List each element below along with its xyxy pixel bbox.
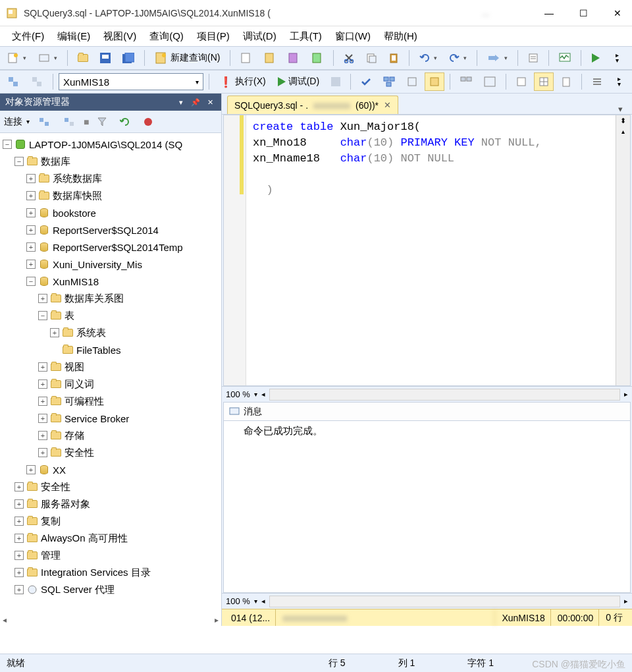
tree-xx[interactable]: +XX bbox=[0, 461, 221, 478]
tree-views[interactable]: +视图 bbox=[0, 358, 221, 376]
messages-tab[interactable]: 消息 bbox=[224, 403, 630, 421]
query-options-button[interactable] bbox=[402, 72, 422, 91]
activity-monitor-button[interactable] bbox=[554, 49, 575, 67]
toolbar-overflow[interactable]: ▸▾ bbox=[608, 49, 626, 67]
tree-server[interactable]: −LAPTOP-1J0M5AIG\SQL2014 (SQ bbox=[0, 136, 221, 153]
menu-view[interactable]: 视图(V) bbox=[97, 28, 143, 45]
tree-synonyms[interactable]: +同义词 bbox=[0, 376, 221, 393]
tab-sqlquery3[interactable]: SQLQuery3.sql - . xxxxxxxx (60))* ✕ bbox=[227, 96, 398, 114]
panel-dropdown-icon[interactable]: ▾ bbox=[175, 96, 187, 108]
cancel-query-button[interactable] bbox=[327, 72, 345, 91]
oe-stop-icon[interactable] bbox=[139, 113, 157, 131]
new-item-button[interactable]: ▾ bbox=[34, 49, 62, 67]
editor-hscroll[interactable] bbox=[269, 389, 620, 401]
db-engine-query-button[interactable] bbox=[236, 49, 257, 67]
menu-tools[interactable]: 工具(T) bbox=[283, 28, 329, 45]
panel-close-icon[interactable]: ✕ bbox=[204, 96, 216, 108]
tree-dbsnap[interactable]: +数据库快照 bbox=[0, 187, 221, 204]
execute-button[interactable]: ❗执行(X) bbox=[215, 72, 271, 91]
tree-serverobj[interactable]: +服务器对象 bbox=[0, 495, 221, 513]
debug-button[interactable]: 调试(D) bbox=[273, 72, 324, 91]
sql-editor[interactable]: create table Xun_Major18( xn_Mno18 char(… bbox=[223, 115, 631, 386]
tree-servicebroker[interactable]: +Service Broker bbox=[0, 410, 221, 427]
tree-replication[interactable]: +复制 bbox=[0, 513, 221, 530]
refresh-icon[interactable] bbox=[115, 113, 135, 131]
start-button[interactable] bbox=[587, 49, 605, 67]
paste-button[interactable] bbox=[384, 49, 404, 67]
tree-iscatalog[interactable]: +Integration Services 目录 bbox=[0, 564, 221, 581]
tree-systables[interactable]: +系统表 bbox=[0, 324, 221, 341]
menu-query[interactable]: 查询(Q) bbox=[143, 28, 190, 45]
new-query-button[interactable]: 新建查询(N) bbox=[150, 49, 224, 67]
results-file-button[interactable] bbox=[556, 72, 576, 91]
tree-storage[interactable]: +存储 bbox=[0, 427, 221, 444]
include-plan-button[interactable] bbox=[456, 72, 477, 91]
close-button[interactable]: ✕ bbox=[608, 4, 627, 22]
include-stats-button[interactable] bbox=[479, 72, 500, 91]
oe-connect-icon[interactable] bbox=[34, 113, 55, 131]
menu-debug[interactable]: 调试(D) bbox=[236, 28, 283, 45]
tree-hscroll[interactable]: ◂▸ bbox=[0, 614, 221, 626]
estimated-plan-button[interactable] bbox=[379, 72, 400, 91]
redo-button[interactable]: ▾ bbox=[444, 49, 471, 67]
tree-alwayson[interactable]: +AlwaysOn 高可用性 bbox=[0, 530, 221, 547]
save-all-button[interactable] bbox=[118, 49, 139, 67]
tree-programmability[interactable]: +可编程性 bbox=[0, 393, 221, 410]
results-grid-button[interactable] bbox=[534, 72, 554, 91]
undo-button[interactable]: ▾ bbox=[415, 49, 442, 67]
copy-button[interactable] bbox=[361, 49, 381, 67]
toolbar2-overflow[interactable]: ▸▾ bbox=[610, 72, 628, 91]
tabstrip-dropdown-icon[interactable]: ▾ bbox=[614, 104, 627, 114]
tree-security-db[interactable]: +安全性 bbox=[0, 444, 221, 461]
menu-help[interactable]: 帮助(H) bbox=[377, 28, 424, 45]
minimize-button[interactable]: — bbox=[540, 4, 558, 22]
change-connection-button[interactable] bbox=[26, 72, 47, 91]
tree-reportserver[interactable]: +ReportServer$SQL2014 bbox=[0, 221, 221, 238]
mdx-query-button[interactable] bbox=[259, 49, 280, 67]
dmx-query-button[interactable] bbox=[283, 49, 304, 67]
msg-zoom-value[interactable]: 100 % bbox=[226, 596, 250, 606]
xmla-query-button[interactable] bbox=[307, 49, 328, 67]
cut-button[interactable] bbox=[339, 49, 359, 67]
database-combo[interactable]: XunMIS18▾ bbox=[59, 73, 203, 90]
tree-databases[interactable]: −数据库 bbox=[0, 153, 221, 170]
new-project-button[interactable]: ▾ bbox=[3, 49, 31, 67]
connect-button[interactable] bbox=[3, 72, 24, 91]
tree-filetables[interactable]: FileTables bbox=[0, 341, 221, 358]
tree-sysdb[interactable]: +系统数据库 bbox=[0, 170, 221, 187]
oe-disconnect-icon[interactable] bbox=[59, 113, 80, 131]
menu-file[interactable]: 文件(F) bbox=[5, 28, 51, 45]
comment-button[interactable] bbox=[587, 72, 607, 91]
maximize-button[interactable]: ☐ bbox=[574, 4, 592, 22]
editor-code[interactable]: create table Xun_Major18( xn_Mno18 char(… bbox=[246, 115, 616, 385]
tree-sqlagent[interactable]: +SQL Server 代理 bbox=[0, 581, 221, 598]
editor-vscroll[interactable]: ⬍▴ bbox=[616, 115, 630, 385]
save-button[interactable] bbox=[95, 49, 115, 67]
tree-xuni[interactable]: +Xuni_University_Mis bbox=[0, 256, 221, 273]
tree-xunmis18[interactable]: −XunMIS18 bbox=[0, 273, 221, 290]
tree-reportservertemp[interactable]: +ReportServer$SQL2014Temp bbox=[0, 238, 221, 256]
menu-edit[interactable]: 编辑(E) bbox=[51, 28, 97, 45]
menu-window[interactable]: 窗口(W) bbox=[329, 28, 377, 45]
tree-security[interactable]: +安全性 bbox=[0, 478, 221, 495]
execute-label: 执行(X) bbox=[235, 76, 266, 88]
open-button[interactable] bbox=[73, 49, 93, 67]
connect-label[interactable]: 连接 bbox=[4, 116, 22, 128]
zoom-value[interactable]: 100 % bbox=[226, 389, 250, 399]
intellisense-button[interactable] bbox=[425, 72, 444, 91]
object-tree[interactable]: −LAPTOP-1J0M5AIG\SQL2014 (SQ −数据库 +系统数据库… bbox=[0, 133, 221, 614]
menu-project[interactable]: 项目(P) bbox=[190, 28, 236, 45]
messages-hscroll[interactable] bbox=[269, 596, 620, 607]
pin-icon[interactable]: 📌 bbox=[190, 96, 201, 108]
filter-icon[interactable] bbox=[93, 113, 111, 131]
tree-dbdiagram[interactable]: +数据库关系图 bbox=[0, 290, 221, 307]
nav-back-button[interactable]: ▾ bbox=[483, 49, 512, 67]
parse-button[interactable] bbox=[356, 72, 376, 91]
properties-button[interactable] bbox=[523, 49, 543, 67]
svg-rect-6 bbox=[102, 55, 109, 59]
tree-tables[interactable]: −表 bbox=[0, 307, 221, 324]
tree-bookstore[interactable]: +bookstore bbox=[0, 204, 221, 221]
tab-close-icon[interactable]: ✕ bbox=[384, 100, 391, 110]
results-text-button[interactable] bbox=[512, 72, 531, 91]
tree-management[interactable]: +管理 bbox=[0, 547, 221, 564]
